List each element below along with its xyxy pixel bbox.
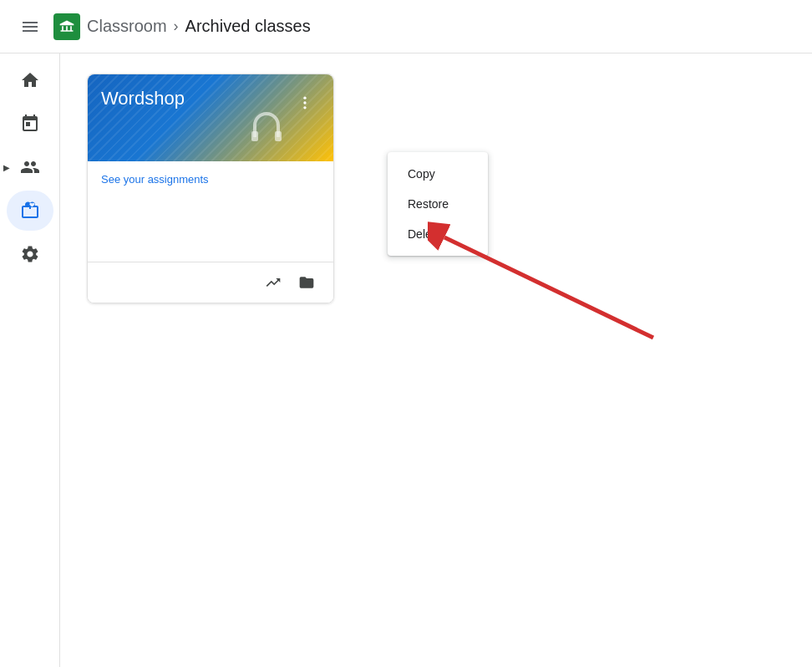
topbar: Classroom › Archived classes [0, 0, 812, 53]
card-header: Wordshop [88, 74, 333, 161]
folder-icon-button[interactable] [293, 269, 320, 296]
content-area: Wordshop See your assignments [60, 53, 812, 667]
svg-point-4 [303, 106, 306, 109]
sidebar-item-calendar[interactable] [7, 104, 53, 144]
context-menu-item-delete[interactable]: Delete [388, 219, 488, 249]
app-name: Classroom [87, 17, 167, 36]
app-logo: Classroom [53, 13, 167, 40]
card-three-dot-button[interactable] [290, 88, 320, 118]
card-footer [88, 262, 333, 303]
svg-point-2 [303, 97, 306, 99]
page-title: Archived classes [185, 17, 311, 36]
headphone-decoration [250, 108, 283, 153]
breadcrumb-chevron: › [174, 18, 179, 35]
context-menu: Copy Restore Delete [388, 152, 488, 256]
svg-rect-1 [275, 131, 282, 141]
assignments-link[interactable]: See your assignments [101, 173, 209, 186]
svg-rect-0 [251, 131, 258, 141]
sidebar-item-people[interactable]: ▶ [7, 147, 53, 187]
context-menu-item-copy[interactable]: Copy [388, 159, 488, 189]
class-card-wordshop: Wordshop See your assignments [87, 74, 334, 303]
sidebar-item-settings[interactable] [7, 234, 53, 274]
sidebar: ▶ [0, 53, 60, 667]
sidebar-item-home[interactable] [7, 60, 53, 100]
expand-icon: ▶ [3, 163, 10, 172]
sidebar-item-archived[interactable] [7, 191, 53, 231]
classroom-icon [53, 13, 80, 40]
svg-point-3 [303, 101, 306, 104]
card-body: See your assignments [88, 161, 333, 262]
card-class-name: Wordshop [101, 88, 290, 109]
menu-button[interactable] [13, 10, 47, 43]
grades-icon-button[interactable] [260, 269, 287, 296]
context-menu-item-restore[interactable]: Restore [388, 189, 488, 219]
main-layout: ▶ [0, 53, 812, 667]
